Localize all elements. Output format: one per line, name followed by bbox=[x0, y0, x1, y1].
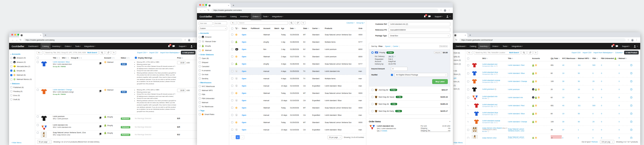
catalog-filter-mercadolibre-2[interactable]: mMercadoLibre (2) bbox=[10, 65, 34, 67]
nav-dashboard[interactable]: Dashboard▾ bbox=[27, 43, 41, 50]
column-header-walmart[interactable]: Walmart⇅ bbox=[619, 57, 630, 59]
inventory-title[interactable]: Soap Natural Lemon Verbena Scent, 12oz bbox=[508, 136, 532, 139]
order-row[interactable]: Openshopify3 days01/26/2026SCStandardSoa… bbox=[229, 60, 366, 68]
walmart-wfs-qty[interactable]: 50 bbox=[578, 72, 592, 74]
nav-dashboard[interactable]: Dashboard▾ bbox=[454, 43, 468, 50]
catalog-filter-amazon-0[interactable]: aAmazon (0) bbox=[10, 57, 34, 59]
orders-search-input[interactable]: Search bbox=[238, 21, 288, 25]
checkbox[interactable] bbox=[467, 89, 469, 91]
per-page-select[interactable]: 100 per pag▾ bbox=[600, 140, 614, 144]
checkbox[interactable] bbox=[231, 77, 233, 79]
checkbox[interactable] bbox=[199, 65, 201, 67]
column-header-order[interactable]: Orde bbox=[358, 27, 366, 29]
sort-icon[interactable]: ⇅ bbox=[128, 57, 130, 59]
order-number[interactable]: man bbox=[358, 129, 366, 131]
nyc-warehouse-qty[interactable]: 10 bbox=[562, 113, 578, 114]
inventory-sku[interactable]: t-shirt-standard-orange bbox=[482, 79, 507, 81]
notifications-bell-icon[interactable]: 3 bbox=[424, 15, 426, 18]
info-icon[interactable]: ⓘ bbox=[496, 106, 498, 107]
nav-tools[interactable]: Tools▾ bbox=[73, 43, 83, 50]
column-header-sku[interactable]: SKU⇅⇅ bbox=[62, 57, 69, 59]
checkbox[interactable] bbox=[199, 105, 201, 107]
order-number[interactable]: man bbox=[358, 114, 366, 116]
product-title[interactable]: t-shirt standard / Orange bbox=[53, 89, 99, 91]
clipped-filter-label[interactable]: opify (6) bbox=[454, 56, 465, 57]
fba-qty[interactable]: 500 bbox=[592, 64, 601, 66]
chat-icon[interactable] bbox=[428, 15, 431, 18]
walmart-wfs-qty[interactable]: 0 bbox=[578, 137, 592, 139]
search-button[interactable] bbox=[289, 21, 294, 25]
close-tab-icon[interactable]: × bbox=[465, 34, 466, 36]
order-products[interactable]: t-shirt standard / Blue bbox=[325, 100, 358, 101]
checkbox[interactable] bbox=[37, 132, 39, 134]
nyc-warehouse-qty[interactable]: 0 bbox=[562, 137, 578, 139]
hazmat-select[interactable]: Air Eligible Ethanol Package▾ bbox=[394, 73, 448, 77]
walmart-wfs-qty[interactable]: 111 bbox=[578, 105, 592, 106]
fba-unbranded-qty[interactable]: 0 bbox=[601, 80, 619, 82]
window-controls[interactable] bbox=[11, 34, 19, 36]
catalog-filter-published-6[interactable]: Published (6) bbox=[10, 86, 34, 88]
catalog-table-row[interactable]: t-shirt premiumSKU: t-shirt-premiumShopi… bbox=[35, 114, 197, 123]
checkbox[interactable] bbox=[231, 48, 233, 50]
sort-icon[interactable]: ⇅ bbox=[617, 57, 618, 59]
nav-inventory[interactable]: Inventory▾ bbox=[238, 13, 251, 20]
orders-filter-walmart[interactable]: Walmart bbox=[199, 101, 227, 103]
window-controls[interactable] bbox=[199, 4, 207, 6]
fba-unbranded-qty[interactable]: 0 bbox=[601, 89, 619, 90]
inventory-sku[interactable]: t-shirt-standard-mix bbox=[482, 96, 507, 97]
refresh-button[interactable]: ↻ bbox=[112, 51, 116, 54]
hide-menu-link[interactable]: Hide Menu bbox=[454, 141, 463, 144]
nav-catalog[interactable]: Catalog bbox=[41, 43, 51, 50]
checkbox[interactable]: ✓ bbox=[135, 57, 137, 59]
product-title[interactable]: t-shirt standard mix bbox=[53, 124, 99, 126]
customer-ref-input[interactable]: t-shirt-standard-mix (2) bbox=[388, 22, 450, 26]
column-header-carrier[interactable]: Carrier⇅ bbox=[312, 27, 325, 29]
rate-option-next-day-air[interactable]: UPSNext Day Air1 day$189.24 bbox=[369, 100, 450, 107]
nav-catalog[interactable]: Catalog bbox=[228, 13, 238, 20]
sort-option-carrier[interactable]: Carrier bbox=[393, 45, 398, 47]
chat-icon[interactable] bbox=[172, 45, 175, 47]
item-details-link[interactable]: Details bbox=[382, 130, 387, 132]
fba-qty[interactable]: 500 bbox=[592, 105, 601, 106]
sort-icon[interactable]: ⇅ bbox=[111, 57, 113, 59]
catalog-filter-walmart-mexico-0[interactable]: Walmart Mexico (0) bbox=[10, 78, 34, 80]
checkbox[interactable] bbox=[199, 45, 201, 47]
inventory-row[interactable]: t-shirt-premiumⓘt-shirt premiuma20101000… bbox=[465, 85, 640, 94]
sort-button[interactable]: ⇅▾ bbox=[37, 51, 43, 54]
checkbox[interactable] bbox=[199, 49, 201, 51]
order-status[interactable]: Open bbox=[242, 48, 251, 50]
user-menu[interactable]: ▾ bbox=[634, 45, 638, 47]
history-clock-icon[interactable] bbox=[630, 72, 632, 74]
nav-integrations[interactable]: Integrations▾ bbox=[510, 43, 525, 50]
column-header-display-warnings[interactable]: ✓ Display Warnings bbox=[135, 57, 177, 59]
buy-label-button[interactable]: Buy Label bbox=[432, 79, 448, 84]
product-title[interactable]: t-shirt premium bbox=[53, 115, 99, 117]
history-clock-icon[interactable] bbox=[630, 129, 632, 131]
nav-orders[interactable]: Orders▾ bbox=[63, 43, 73, 50]
sort-icon[interactable]: ⇅ bbox=[294, 27, 296, 29]
nav-tools[interactable]: Tools▾ bbox=[261, 13, 270, 20]
walmart-qty[interactable]: 0 bbox=[619, 137, 630, 139]
clipped-filter-label[interactable]: lone (4) bbox=[454, 81, 465, 82]
checkbox[interactable] bbox=[467, 97, 469, 99]
inventory-sku[interactable]: t-shirt-standard-blue bbox=[482, 112, 507, 113]
checkbox[interactable] bbox=[37, 57, 39, 59]
sort-option-price[interactable]: Price bbox=[379, 45, 383, 47]
rate-radio[interactable] bbox=[371, 103, 374, 105]
insured-amount-input[interactable]: 0 bbox=[391, 67, 408, 71]
order-number[interactable]: 8000 bbox=[358, 56, 366, 57]
forward-icon[interactable]: → bbox=[204, 9, 206, 11]
walmart-wfs-qty[interactable]: 50 bbox=[578, 121, 592, 123]
inventory-row[interactable]: soap-menon-12ozSoap Natural Lemon Verben… bbox=[465, 134, 640, 139]
orders-filter-no-warehouse[interactable]: No Warehouse bbox=[199, 105, 227, 107]
column-header-status[interactable]: Status⇅⇅ bbox=[121, 57, 135, 59]
nav-support[interactable]: Support▾ bbox=[177, 43, 188, 50]
order-products[interactable]: Soap Natural Lemon Verbena Sce bbox=[325, 92, 358, 94]
order-status[interactable]: Open bbox=[242, 85, 251, 87]
order-products[interactable]: Multiple items bbox=[325, 78, 358, 79]
walmart-wfs-qty[interactable]: 111 bbox=[578, 64, 592, 66]
clipped-filter-label[interactable]: (1) bbox=[454, 84, 465, 86]
fba-unbranded-qty[interactable]: 0 bbox=[601, 105, 619, 106]
sort-icon[interactable]: ⇅ bbox=[127, 57, 128, 59]
refresh-button[interactable]: ↻ bbox=[534, 51, 538, 54]
